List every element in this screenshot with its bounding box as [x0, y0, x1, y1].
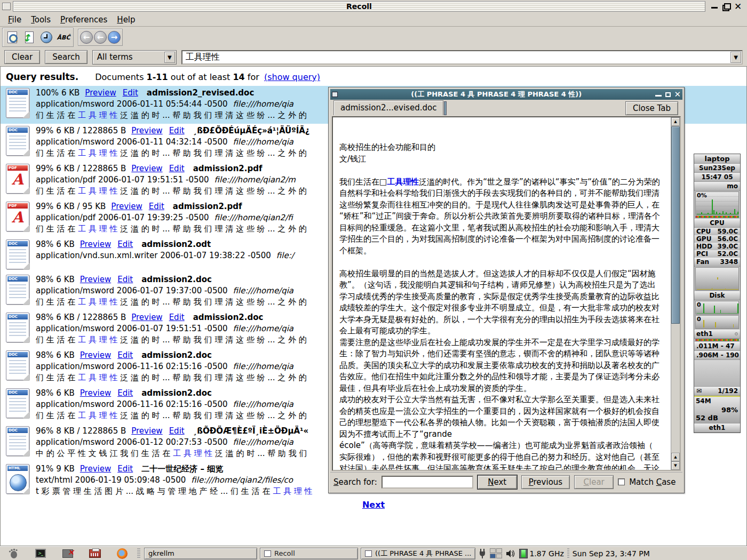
preview-titlebar[interactable]: ((工 PHRASE 4 具 PHRASE 4 理 PHRASE 4 性)) ✕: [330, 89, 682, 100]
minimize-icon[interactable]: [711, 3, 718, 10]
close-icon[interactable]: ✕: [734, 3, 742, 10]
search-button[interactable]: Search: [45, 50, 88, 64]
edit-link[interactable]: Edit: [117, 464, 133, 474]
maximize-icon[interactable]: [722, 3, 730, 10]
taskbar-clock[interactable]: Sun Sep 23, 3:47 PM: [573, 549, 656, 558]
chevron-down-icon[interactable]: ▼: [164, 52, 175, 63]
query-history-chevron-icon[interactable]: ▼: [730, 52, 741, 63]
next-page-button[interactable]: →: [108, 31, 121, 44]
memory-used: 54M: [696, 397, 711, 405]
display-error-icon[interactable]: [62, 548, 74, 559]
edit-link[interactable]: Edit: [169, 426, 185, 436]
edit-link[interactable]: Edit: [117, 239, 133, 249]
preview-link[interactable]: Preview: [131, 164, 162, 173]
temperature-row: CPU 59.0C: [694, 228, 740, 235]
close-tab-button[interactable]: Close Tab: [625, 101, 678, 115]
cpu-section-label[interactable]: CPU: [694, 219, 740, 228]
edit-link[interactable]: Edit: [117, 388, 133, 398]
term-explorer-button[interactable]: ÅBĈ: [55, 30, 71, 45]
typewriter-icon[interactable]: [89, 548, 101, 559]
disk-read-chart[interactable]: 0: [695, 301, 739, 315]
edit-link[interactable]: Edit: [149, 202, 164, 211]
find-previous-button[interactable]: Previous: [521, 475, 570, 489]
preview-link[interactable]: Preview: [80, 275, 111, 284]
fan-chart[interactable]: [695, 267, 739, 291]
preview-close-icon[interactable]: ✕: [674, 91, 681, 98]
result-filename: admission2.doc: [193, 313, 264, 322]
menu-item[interactable]: File: [3, 14, 26, 26]
menu-item[interactable]: Help: [112, 14, 140, 26]
match-case-checkbox[interactable]: [618, 478, 625, 485]
next-results-link[interactable]: Next: [362, 500, 385, 510]
workspace-2[interactable]: [496, 548, 502, 553]
titlebar-stripes[interactable]: Recoll: [13, 1, 705, 12]
results-header: Query results. Documents 1-11 out of at …: [1, 67, 746, 86]
scrollbar-thumb[interactable]: [671, 126, 680, 324]
find-input[interactable]: [382, 476, 473, 489]
preview-link[interactable]: Preview: [85, 88, 116, 98]
task-button[interactable]: gkrellm: [144, 548, 257, 559]
edit-link[interactable]: Edit: [123, 88, 138, 98]
sort-parameters-button[interactable]: [21, 30, 37, 45]
document-history-button[interactable]: [38, 30, 54, 45]
mail-row[interactable]: ✉ 1/192: [694, 387, 740, 396]
search-mode-select[interactable]: All terms ▼: [92, 50, 177, 65]
task-button[interactable]: ((工 PHRASE 4 具 PHRASE ...: [361, 548, 475, 559]
firefox-icon[interactable]: [116, 548, 128, 559]
query-input[interactable]: [181, 50, 743, 65]
previous-page-button[interactable]: ←: [94, 31, 107, 44]
clear-button[interactable]: Clear: [4, 50, 40, 64]
advanced-search-button[interactable]: [4, 30, 20, 45]
workspace-4[interactable]: [496, 554, 502, 558]
edit-link[interactable]: Edit: [117, 275, 133, 284]
disk-section-label[interactable]: Disk: [694, 291, 740, 300]
gnome-foot-icon[interactable]: [7, 548, 19, 559]
preview-link[interactable]: Preview: [131, 426, 162, 436]
preview-link[interactable]: Preview: [131, 313, 162, 322]
window-menu-icon[interactable]: [2, 3, 11, 10]
volume-icon[interactable]: [506, 549, 515, 558]
preview-minimize-icon[interactable]: [655, 91, 662, 98]
disk-write-chart[interactable]: 0: [695, 315, 739, 329]
net-interface-label[interactable]: eth1: [694, 330, 740, 339]
cpu-frequency-applet[interactable]: 1.87 GHz: [519, 549, 563, 558]
workspace-1[interactable]: [490, 548, 496, 553]
workspace-switcher[interactable]: [490, 548, 502, 558]
preview-link[interactable]: Preview: [80, 350, 111, 360]
terminal-icon[interactable]: >_: [35, 548, 46, 559]
edit-link[interactable]: Edit: [169, 126, 185, 135]
preview-link[interactable]: Preview: [80, 239, 111, 249]
preview-text[interactable]: 高校招生的社会功能和目的 文/钱江 我们生活在□工具理性泛滥的时代。作为“世之显…: [333, 117, 671, 470]
scroll-down-icon[interactable]: ▼: [671, 461, 680, 470]
preview-tab[interactable]: admission2...evised.doc: [333, 100, 443, 115]
gkrellm-monitor[interactable]: laptop Sun23Sep 15:47 05 mo 0% CPU CPU 5…: [694, 154, 741, 433]
preview-window-menu-icon[interactable]: [332, 92, 338, 97]
result-filename: admission2.doc: [141, 388, 212, 398]
preview-link[interactable]: Preview: [80, 388, 111, 398]
show-query-link[interactable]: (show query): [264, 72, 320, 82]
edit-link[interactable]: Edit: [169, 313, 185, 322]
task-button[interactable]: Recoll: [260, 548, 358, 559]
result-filename: admission2.doc: [141, 350, 212, 360]
file-url: file:///home/qia: [233, 324, 294, 333]
scroll-up2-icon[interactable]: ▲: [671, 453, 680, 461]
find-next-button[interactable]: Next: [478, 475, 517, 489]
page-fold: [23, 298, 29, 305]
file-size: 6 KB / 95 KB: [56, 202, 106, 211]
file-type-icon: [6, 239, 29, 269]
edit-link[interactable]: Edit: [117, 350, 133, 360]
power-plug-icon[interactable]: [479, 549, 486, 558]
preview-scrollbar[interactable]: ▲ ▲ ▼: [671, 117, 680, 470]
preview-link[interactable]: Preview: [80, 464, 111, 474]
menu-item[interactable]: Preferences: [55, 14, 112, 26]
workspace-3-active[interactable]: [490, 554, 496, 558]
edit-link[interactable]: Edit: [169, 164, 185, 173]
preview-link[interactable]: Preview: [111, 202, 142, 211]
preview-link[interactable]: Preview: [131, 126, 162, 135]
preview-maximize-icon[interactable]: [665, 92, 671, 97]
cpu-chart[interactable]: 0%: [695, 191, 739, 215]
first-page-button[interactable]: ←: [80, 31, 93, 44]
memory-panel[interactable]: 54M 98% 52 dB: [694, 396, 740, 423]
menu-item[interactable]: Tools: [26, 14, 55, 26]
scroll-up-icon[interactable]: ▲: [671, 117, 680, 126]
